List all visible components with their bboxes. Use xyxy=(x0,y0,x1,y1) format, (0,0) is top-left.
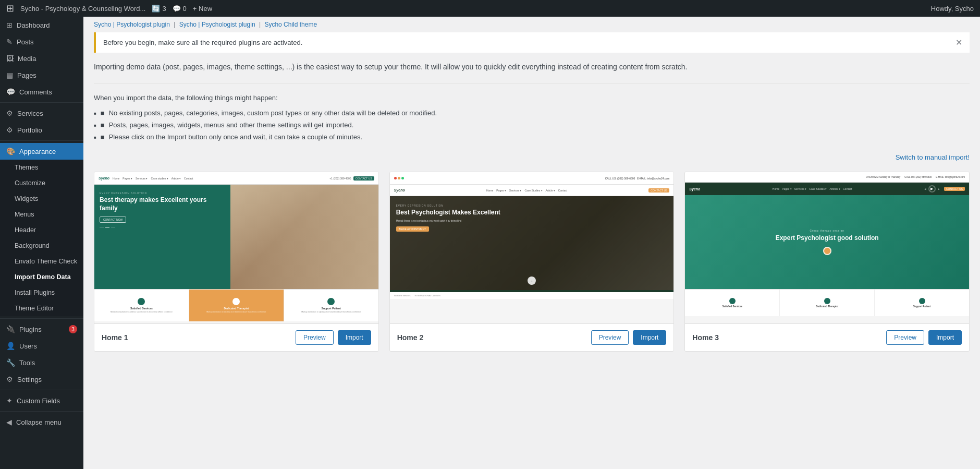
sidebar-item-media[interactable]: 🖼 Media xyxy=(0,50,83,67)
posts-icon: ✎ xyxy=(6,38,13,46)
import-info: When you import the data, the following … xyxy=(94,94,970,143)
import-info-heading: When you import the data, the following … xyxy=(94,94,970,102)
updates-link[interactable]: 🔄 3 xyxy=(152,5,166,13)
top-bar-left: ⊞ Sycho - Psychology & Counseling Word..… xyxy=(6,3,923,14)
sidebar-item-plugins[interactable]: 🔌 Plugins 3 xyxy=(0,321,83,338)
demo-card-image-home2: CALL US: (202) 589-6500 E-MAIL: info@syc… xyxy=(390,172,674,323)
new-content-link[interactable]: + New xyxy=(193,5,212,13)
demo-card-home2: CALL US: (202) 589-6500 E-MAIL: info@syc… xyxy=(389,172,675,352)
breadcrumb-link-1[interactable]: Sycho | Psychologist plugin xyxy=(94,21,170,28)
sidebar-item-header[interactable]: Header xyxy=(0,222,83,238)
site-name-link[interactable]: Sycho - Psychology & Counseling Word... xyxy=(20,5,145,13)
wp-logo-icon[interactable]: ⊞ xyxy=(6,3,14,14)
pages-icon: ▤ xyxy=(6,71,13,79)
intro-text: Importing demo data (post, pages, images… xyxy=(94,61,970,83)
sidebar-item-dashboard[interactable]: ⊞ Dashboard xyxy=(0,17,83,33)
comments-link[interactable]: 💬 0 xyxy=(173,5,187,13)
sidebar-item-collapse[interactable]: ◀ Collapse menu xyxy=(0,414,83,430)
demo-card-image-home3: OPENTIME: Sunday to Thursday CALL US: (2… xyxy=(685,172,969,323)
notice-text: Before you begin, make sure all the requ… xyxy=(103,39,302,46)
sidebar-item-custom-fields[interactable]: ✦ Custom Fields xyxy=(0,392,83,409)
top-bar: ⊞ Sycho - Psychology & Counseling Word..… xyxy=(0,0,980,17)
demo-card-footer-home3: Home 3 Preview Import xyxy=(685,323,969,351)
demo-card-title-home1: Home 1 xyxy=(102,333,128,342)
sidebar-item-appearance[interactable]: 🎨 Appearance xyxy=(0,143,83,160)
sidebar: ⊞ Dashboard ✎ Posts 🖼 Media ▤ Pages 💬 Co… xyxy=(0,17,83,469)
bullet-2: ■ xyxy=(101,121,105,129)
tools-icon: 🔧 xyxy=(6,358,15,367)
settings-icon: ⚙ xyxy=(6,375,13,383)
sidebar-item-menus[interactable]: Menus xyxy=(0,207,83,222)
sidebar-divider-5 xyxy=(0,411,83,412)
import-button-home2[interactable]: Import xyxy=(633,330,666,345)
sidebar-item-themes[interactable]: Themes xyxy=(0,160,83,175)
sidebar-item-users[interactable]: 👤 Users xyxy=(0,338,83,354)
sidebar-item-comments[interactable]: 💬 Comments xyxy=(0,83,83,100)
demo-card-actions-home3: Preview Import xyxy=(886,330,962,345)
demo-card-home1: Sycho Home Pages ▾ Services ▾ Case studi… xyxy=(94,172,379,352)
sidebar-item-background[interactable]: Background xyxy=(0,238,83,254)
import-info-list: ■ No existing posts, pages, categories, … xyxy=(94,107,970,143)
notice-close-button[interactable]: ✕ xyxy=(956,38,962,47)
howdy-label: Howdy, Sycho xyxy=(931,5,974,13)
bullet-1: ■ xyxy=(101,109,105,117)
plugins-badge: 3 xyxy=(69,325,77,333)
sidebar-divider-3 xyxy=(0,318,83,319)
sidebar-item-tools[interactable]: 🔧 Tools xyxy=(0,354,83,371)
portfolio-icon: ⚙ xyxy=(6,126,13,134)
breadcrumb-link-2[interactable]: Sycho | Psychologist plugin xyxy=(179,21,255,28)
comments-icon: 💬 xyxy=(6,88,15,96)
sidebar-item-import[interactable]: Import Demo Data xyxy=(0,269,83,285)
sidebar-item-envato[interactable]: Envato Theme Check xyxy=(0,254,83,269)
sidebar-item-services[interactable]: ⚙ Services xyxy=(0,105,83,122)
collapse-icon: ◀ xyxy=(6,418,12,426)
import-info-item-1-text: No existing posts, pages, categories, im… xyxy=(109,109,437,117)
preview-button-home3[interactable]: Preview xyxy=(886,330,924,345)
import-info-item-2: ■ Posts, pages, images, widgets, menus a… xyxy=(94,119,970,131)
breadcrumb-area: Sycho | Psychologist plugin | Sycho | Ps… xyxy=(83,17,980,28)
demo-card-footer-home2: Home 2 Preview Import xyxy=(390,323,674,351)
sidebar-item-widgets[interactable]: Widgets xyxy=(0,191,83,207)
sidebar-item-install-plugins[interactable]: Install Plugins xyxy=(0,285,83,300)
demo-card-actions-home1: Preview Import xyxy=(296,330,371,345)
preview-button-home2[interactable]: Preview xyxy=(591,330,629,345)
import-info-item-2-text: Posts, pages, images, widgets, menus and… xyxy=(109,121,354,129)
demo-grid: Sycho Home Pages ▾ Services ▾ Case studi… xyxy=(94,172,970,352)
sidebar-divider-2 xyxy=(0,140,83,141)
main-layout: ⊞ Dashboard ✎ Posts 🖼 Media ▤ Pages 💬 Co… xyxy=(0,17,980,469)
demo-card-image-home1: Sycho Home Pages ▾ Services ▾ Case studi… xyxy=(94,172,378,323)
bullet-3: ■ xyxy=(101,133,105,141)
notice-bar: Before you begin, make sure all the requ… xyxy=(94,32,970,53)
sidebar-item-customize[interactable]: Customize xyxy=(0,175,83,191)
import-info-item-1: ■ No existing posts, pages, categories, … xyxy=(94,107,970,119)
breadcrumb: Sycho | Psychologist plugin | Sycho | Ps… xyxy=(94,21,970,28)
sidebar-divider-1 xyxy=(0,102,83,103)
sidebar-item-pages[interactable]: ▤ Pages xyxy=(0,67,83,83)
media-icon: 🖼 xyxy=(6,54,14,63)
breadcrumb-link-3[interactable]: Sycho Child theme xyxy=(264,21,317,28)
custom-fields-icon: ✦ xyxy=(6,396,13,405)
page-wrapper: Before you begin, make sure all the requ… xyxy=(83,28,980,362)
sidebar-item-theme-editor[interactable]: Theme Editor xyxy=(0,300,83,316)
sidebar-item-portfolio[interactable]: ⚙ Portfolio xyxy=(0,122,83,138)
import-info-item-3: ■ Please click on the Import button only… xyxy=(94,131,970,143)
users-icon: 👤 xyxy=(6,342,15,350)
import-button-home1[interactable]: Import xyxy=(338,330,371,345)
main-content: Sycho | Psychologist plugin | Sycho | Ps… xyxy=(83,17,980,469)
services-icon: ⚙ xyxy=(6,109,13,117)
demo-card-title-home3: Home 3 xyxy=(692,333,719,342)
appearance-icon: 🎨 xyxy=(6,147,15,155)
sidebar-item-settings[interactable]: ⚙ Settings xyxy=(0,371,83,388)
demo-card-footer-home1: Home 1 Preview Import xyxy=(94,323,378,351)
plugins-icon: 🔌 xyxy=(6,325,15,333)
sidebar-divider-4 xyxy=(0,390,83,390)
import-info-item-3-text: Please click on the Import button only o… xyxy=(109,133,362,141)
demo-card-title-home2: Home 2 xyxy=(397,333,424,342)
switch-link-area: Switch to manual import! xyxy=(94,153,970,161)
sidebar-item-posts[interactable]: ✎ Posts xyxy=(0,33,83,50)
dashboard-icon: ⊞ xyxy=(6,21,13,29)
switch-to-manual-link[interactable]: Switch to manual import! xyxy=(896,153,970,161)
import-button-home3[interactable]: Import xyxy=(928,330,962,345)
demo-card-home3: OPENTIME: Sunday to Thursday CALL US: (2… xyxy=(684,172,970,352)
preview-button-home1[interactable]: Preview xyxy=(296,330,334,345)
